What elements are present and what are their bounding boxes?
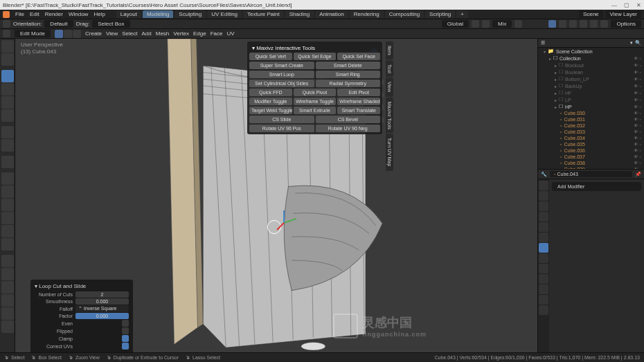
tab-physics-icon[interactable] bbox=[539, 264, 548, 273]
3d-viewport[interactable]: User Perspective (13) Cube.043 Item Tool bbox=[15, 39, 537, 352]
outliner-object[interactable]: ▫Cube.038👁▫ bbox=[538, 160, 644, 166]
menu-edge[interactable]: Edge bbox=[193, 30, 206, 37]
tool-rip-icon[interactable] bbox=[1, 320, 14, 333]
btn-cylindrical[interactable]: Set Cylindrical Obj Sides bbox=[249, 80, 314, 87]
tab-item[interactable]: Item bbox=[386, 42, 393, 60]
falloff-dropdown[interactable]: ⌃ Inverse Square bbox=[75, 305, 129, 312]
tab-viewlayer-icon[interactable] bbox=[539, 201, 548, 211]
tab-scene-icon[interactable] bbox=[539, 212, 548, 221]
tab-modifier-icon[interactable] bbox=[539, 243, 548, 253]
tool-extrude-icon[interactable] bbox=[1, 172, 14, 185]
tab-render-icon[interactable] bbox=[539, 181, 548, 190]
snap-toggle-icon[interactable] bbox=[482, 20, 490, 28]
factor-field[interactable]: 0.000 bbox=[75, 313, 129, 319]
tab-texture-icon[interactable] bbox=[539, 305, 548, 315]
pin-icon[interactable]: 📌 bbox=[635, 172, 641, 177]
vertex-mode-icon[interactable] bbox=[55, 30, 63, 38]
tab-maxivz[interactable]: Maxivz Tools bbox=[386, 98, 393, 134]
mode-selector[interactable]: Edit Mode bbox=[15, 30, 51, 37]
tool-knife-icon[interactable] bbox=[1, 225, 14, 237]
menu-file[interactable]: File bbox=[15, 11, 24, 17]
btn-super-smart-create[interactable]: Super Smart Create bbox=[249, 62, 314, 69]
tab-uvmap[interactable]: Turn UV Map bbox=[386, 134, 393, 170]
maximize-btn[interactable]: ▢ bbox=[624, 2, 629, 8]
btn-modifier-toggle[interactable]: Modifier Toggle bbox=[249, 98, 292, 105]
tab-material-icon[interactable] bbox=[539, 295, 548, 305]
btn-target-weld[interactable]: Target Weld Toggle bbox=[249, 107, 292, 114]
close-btn[interactable]: ✕ bbox=[636, 2, 641, 8]
tab-tool[interactable]: Tool bbox=[386, 60, 393, 78]
tab-scripting[interactable]: Scripting bbox=[425, 10, 455, 18]
tab-modeling[interactable]: Modeling bbox=[143, 10, 173, 18]
menu-render[interactable]: Render bbox=[45, 11, 63, 17]
tab-sculpting[interactable]: Sculpting bbox=[175, 10, 206, 18]
clamp-checkbox[interactable] bbox=[122, 335, 129, 342]
tool-shear-icon[interactable] bbox=[1, 307, 14, 320]
even-checkbox[interactable] bbox=[122, 320, 129, 327]
btn-cs-slide[interactable]: CS Slide bbox=[249, 116, 314, 123]
menu-mesh[interactable]: Mesh bbox=[156, 30, 170, 37]
btn-wire-shaded[interactable]: Wireframe Shaded Toggle bbox=[337, 98, 380, 105]
outliner[interactable]: ☰ ▾ 🔍 ▾📁Scene Collection▸☐Collection👁▫▸☐… bbox=[538, 39, 644, 169]
outliner-object[interactable]: ▫Cube.031👁▫ bbox=[538, 116, 644, 123]
btn-radial-sym[interactable]: Radial Symmetry bbox=[316, 80, 381, 87]
btn-smart-loop[interactable]: Smart Loop bbox=[249, 71, 314, 78]
shading-material-icon[interactable] bbox=[590, 20, 598, 28]
menu-view[interactable]: View bbox=[106, 30, 118, 37]
tab-mesh-icon[interactable] bbox=[539, 284, 548, 294]
tool-smooth-icon[interactable] bbox=[1, 268, 14, 280]
outliner-object[interactable]: ▫Cube.036👁▫ bbox=[538, 147, 644, 154]
outliner-collection[interactable]: ▸☐HP👁▫ bbox=[538, 103, 644, 110]
tool-polybuild-icon[interactable] bbox=[1, 238, 14, 251]
proportional-icon[interactable] bbox=[515, 20, 522, 28]
drag-dropdown[interactable]: Select Box bbox=[92, 20, 129, 28]
options-dropdown[interactable]: Options bbox=[611, 20, 641, 28]
pivot-icon[interactable] bbox=[472, 20, 479, 28]
menu-window[interactable]: Window bbox=[69, 11, 88, 17]
outliner-collection[interactable]: ▸☐Collection👁▫ bbox=[538, 55, 644, 62]
add-modifier-dropdown[interactable]: Add Modifier bbox=[552, 182, 641, 191]
tab-particle-icon[interactable] bbox=[539, 253, 548, 263]
outliner-collection[interactable]: ▸☐Boolean👁▫ bbox=[538, 69, 644, 75]
tool-annotate-icon[interactable] bbox=[1, 126, 14, 138]
btn-smart-delete[interactable]: Smart Delete bbox=[316, 62, 381, 69]
outliner-collection[interactable]: ▸☐Blockout👁▫ bbox=[538, 62, 644, 69]
xray-icon[interactable] bbox=[559, 20, 566, 28]
orientation-dropdown[interactable]: Default bbox=[44, 20, 73, 28]
snap-icon[interactable] bbox=[3, 20, 10, 28]
btn-quick-sel-edge[interactable]: Quick Sel Edge bbox=[294, 53, 337, 60]
tab-animation[interactable]: Animation bbox=[315, 10, 348, 18]
overlay-icon[interactable] bbox=[548, 20, 556, 28]
outliner-collection[interactable]: ▸☐BackUp👁▫ bbox=[538, 82, 644, 89]
tab-view[interactable]: View bbox=[386, 78, 393, 96]
tool-inset-icon[interactable] bbox=[1, 185, 14, 198]
scene-selector[interactable]: Scene bbox=[579, 10, 603, 18]
tool-select-icon[interactable] bbox=[1, 40, 14, 53]
btn-smart-extrude[interactable]: Smart Extrude bbox=[294, 107, 337, 114]
btn-quick-sel-vert[interactable]: Quick Sel Vert bbox=[249, 53, 292, 60]
btn-cs-bevel[interactable]: CS Bevel bbox=[316, 116, 381, 123]
btn-quick-sel-face[interactable]: Quick Sel Face bbox=[337, 53, 380, 60]
menu-face[interactable]: Face bbox=[211, 30, 223, 37]
tool-rotate-icon[interactable] bbox=[1, 83, 14, 96]
outliner-collection[interactable]: ▸☐HF👁▫ bbox=[538, 89, 644, 96]
tab-texture[interactable]: Texture Paint bbox=[243, 10, 284, 18]
transform-orientation[interactable]: Global bbox=[442, 20, 469, 28]
tab-world-icon[interactable] bbox=[539, 222, 548, 232]
menu-create[interactable]: Create bbox=[85, 30, 102, 37]
btn-quick-ffd[interactable]: Quick FFD bbox=[249, 89, 292, 96]
outliner-object[interactable]: ▫Cube.032👁▫ bbox=[538, 123, 644, 129]
tab-add[interactable]: + bbox=[456, 10, 468, 18]
tab-compositing[interactable]: Compositing bbox=[385, 10, 424, 18]
btn-rotate-uv-neg[interactable]: Rotate UV 90 Neg bbox=[316, 125, 381, 132]
outliner-object[interactable]: ▫Cube.034👁▫ bbox=[538, 135, 644, 141]
outliner-object[interactable]: ▫Cube.030👁▫ bbox=[538, 110, 644, 116]
tool-measure-icon[interactable] bbox=[1, 139, 14, 152]
object-name-field[interactable]: ▫ Cube.043 bbox=[550, 171, 632, 177]
face-mode-icon[interactable] bbox=[73, 30, 81, 38]
tab-constraint-icon[interactable] bbox=[539, 274, 548, 284]
snap-mode[interactable]: Mix bbox=[492, 20, 512, 28]
flipped-checkbox[interactable] bbox=[122, 327, 129, 334]
tool-bevel-icon[interactable] bbox=[1, 199, 14, 211]
redo-title[interactable]: ▾ Loop Cut and Slide bbox=[35, 282, 129, 291]
